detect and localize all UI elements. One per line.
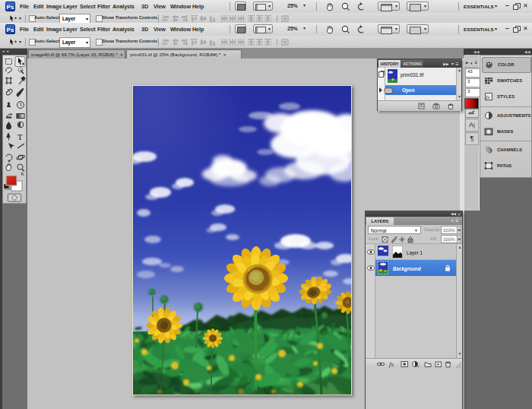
svg-text:fx.: fx.: [389, 361, 395, 368]
svg-text:fx: fx: [486, 94, 490, 100]
svg-text:T: T: [17, 132, 23, 141]
